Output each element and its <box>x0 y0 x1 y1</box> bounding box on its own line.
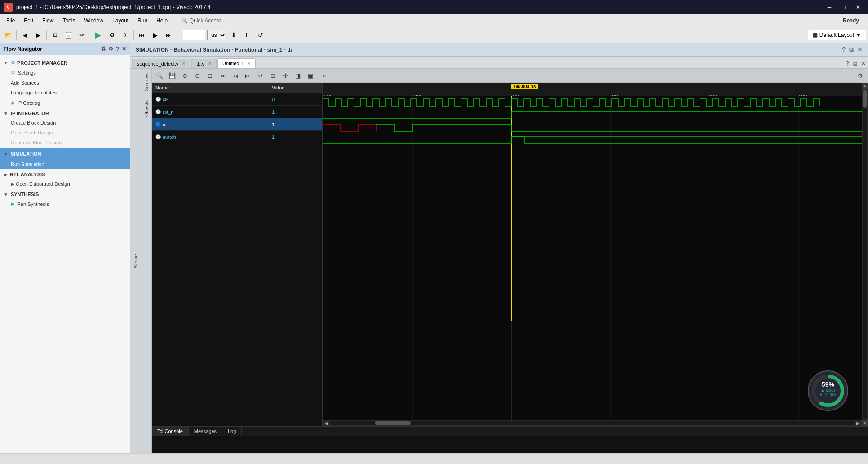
step-back-button[interactable]: ⏮ <box>136 29 148 41</box>
tab-tb-close[interactable]: ✕ <box>208 61 212 66</box>
cut-button[interactable]: ✂ <box>75 29 88 41</box>
nav-item-open-elaborated-design[interactable]: ▶ Open Elaborated Design <box>0 179 130 189</box>
wave-search-btn[interactable]: 🔍 <box>154 70 165 81</box>
undo-button[interactable]: ◀ <box>18 29 31 41</box>
wave-link-btn[interactable]: ⇥ <box>317 70 329 81</box>
nav-section-ip-integrator-header[interactable]: ▼ IP INTEGRATOR <box>0 109 130 118</box>
flow-nav-expand-icon[interactable]: ⇅ <box>101 46 106 52</box>
flow-nav-help-icon[interactable]: ? <box>116 46 119 52</box>
menu-tools[interactable]: Tools <box>58 16 80 26</box>
wave-last-btn[interactable]: ⏭ <box>242 70 253 81</box>
wave-display[interactable]: 190.000 ns |100 ns |150 ns |200 ns |250 … <box>323 83 862 426</box>
copy-button[interactable]: ⧉ <box>49 29 61 41</box>
nav-item-run-synthesis[interactable]: ▶ Run Synthesis <box>0 199 130 209</box>
wave-marker-btn[interactable]: ◨ <box>292 70 304 81</box>
nav-section-project-manager-header[interactable]: ▼ ⚙ PROJECT MANAGER <box>0 58 130 67</box>
time-unit-select[interactable]: us ns ps <box>207 30 226 40</box>
nav-section-rtl-analysis-header[interactable]: ▶ RTL ANALYSIS <box>0 170 130 179</box>
time-value-input[interactable]: 10 <box>183 30 205 40</box>
restart-button[interactable]: ↺ <box>254 29 267 41</box>
v-scrollbar[interactable]: ▲ ▼ <box>862 83 868 426</box>
maximize-button[interactable]: □ <box>837 2 850 12</box>
flow-nav-close-icon[interactable]: ✕ <box>122 46 126 52</box>
tab-help-icon[interactable]: ? <box>846 60 849 67</box>
signal-name-match: 🕐 match <box>152 134 268 140</box>
signal-row-rst-n[interactable]: 🕐 rst_n 1 <box>152 106 322 118</box>
wave-first-btn[interactable]: ⏮ <box>229 70 241 81</box>
wave-zoom-out-btn[interactable]: ⊖ <box>191 70 203 81</box>
menu-file[interactable]: File <box>2 16 19 26</box>
close-button[interactable]: ✕ <box>852 2 864 12</box>
wave-marker2-btn[interactable]: ▣ <box>305 70 316 81</box>
tab-untitled-close[interactable]: ✕ <box>247 61 251 66</box>
tab-sequence-detect-close[interactable]: ✕ <box>182 61 186 66</box>
nav-item-create-block-design[interactable]: Create Block Design <box>0 118 130 128</box>
menu-run[interactable]: Run <box>133 16 152 26</box>
scroll-left-icon[interactable]: ◀ <box>324 421 328 426</box>
performance-gauge: 59% ▲ 60k/s ▼ 12.9k/s <box>808 370 848 411</box>
scroll-thumb[interactable] <box>375 421 411 425</box>
redo-button[interactable]: ▶ <box>32 29 44 41</box>
sim-help-icon[interactable]: ? <box>842 46 846 54</box>
nav-section-synthesis-header[interactable]: ▼ SYNTHESIS <box>0 190 130 199</box>
v-scroll-up[interactable]: ▲ <box>862 83 868 89</box>
nav-item-run-simulation[interactable]: Run Simulation <box>0 159 130 169</box>
menu-flow[interactable]: Flow <box>38 16 58 26</box>
nav-item-add-sources[interactable]: Add Sources <box>0 78 130 88</box>
tab-sequence-detect[interactable]: sequence_detect.v ✕ <box>132 59 190 68</box>
signal-row-clk[interactable]: 🕐 clk 0 <box>152 93 322 106</box>
wave-fit-btn[interactable]: ⊡ <box>204 70 216 81</box>
sim-header-icons: ? ⧉ ✕ <box>842 46 863 54</box>
v-scroll-track[interactable] <box>863 90 867 419</box>
v-scroll-thumb[interactable] <box>863 90 867 108</box>
flow-nav-settings-icon[interactable]: ⚙ <box>108 46 113 52</box>
flow-navigator: Flow Navigator ⇅ ⚙ ? ✕ ▼ ⚙ PROJECT MANAG… <box>0 43 130 453</box>
menu-edit[interactable]: Edit <box>19 16 38 26</box>
run-synthesis-label: Run Synthesis <box>17 201 49 207</box>
scroll-right-icon[interactable]: ▶ <box>856 421 860 426</box>
nav-item-settings[interactable]: ⚙ Settings <box>0 67 130 78</box>
play-button[interactable]: ▶ <box>149 29 162 41</box>
nav-item-ip-catalog[interactable]: ◆ IP Catalog <box>0 98 130 108</box>
tab-restore-icon[interactable]: ⧉ <box>853 60 857 67</box>
wave-save-btn[interactable]: 💾 <box>166 70 178 81</box>
tab-untitled[interactable]: Untitled 1 ✕ <box>217 58 255 68</box>
log-tab[interactable]: Log <box>222 427 242 436</box>
layout-button[interactable]: ▦ Default Layout ▼ <box>808 30 866 40</box>
time-set-button[interactable]: ⬇ <box>227 29 240 41</box>
nav-section-simulation-header[interactable]: ▼ SIMULATION <box>0 148 130 159</box>
paste-button[interactable]: 📋 <box>62 29 75 41</box>
h-scrollbar[interactable]: ◀ ▶ <box>323 420 862 426</box>
settings-button[interactable]: ⚙ <box>106 29 118 41</box>
wave-snap-btn[interactable]: ⇔ <box>217 70 228 81</box>
menu-layout[interactable]: Layout <box>108 16 133 26</box>
signal-row-a[interactable]: 🔵 a 1 <box>152 118 322 131</box>
tcl-console-tab[interactable]: Tcl Console <box>152 427 189 436</box>
minimize-button[interactable]: ─ <box>823 2 836 12</box>
tab-tb[interactable]: tb.v ✕ <box>191 59 217 68</box>
objects-label[interactable]: Objects <box>141 96 151 121</box>
menu-help[interactable]: Help <box>152 16 172 26</box>
sigma-button[interactable]: Σ <box>119 29 132 41</box>
signal-row-match[interactable]: 🕐 match 1 <box>152 131 322 143</box>
sim-close-icon[interactable]: ✕ <box>857 46 863 54</box>
messages-tab[interactable]: Messages <box>189 427 222 436</box>
sources-label[interactable]: Sources <box>141 69 151 96</box>
scroll-track[interactable] <box>330 421 855 425</box>
tab-close-icon[interactable]: ✕ <box>861 60 866 67</box>
sim-restore-icon[interactable]: ⧉ <box>849 46 854 54</box>
wave-zoom-in-btn[interactable]: ⊕ <box>179 70 190 81</box>
v-scroll-down[interactable]: ▼ <box>862 420 868 426</box>
wave-reload-btn[interactable]: ↺ <box>254 70 266 81</box>
tab-bar: sequence_detect.v ✕ tb.v ✕ Untitled 1 ✕ … <box>130 57 868 69</box>
open-button[interactable]: 📂 <box>2 29 14 41</box>
wave-plus-btn[interactable]: ✛ <box>279 70 291 81</box>
quick-access[interactable]: 🔍 Quick Access <box>181 18 222 24</box>
run-button[interactable]: ▶ <box>92 29 105 41</box>
wave-settings-btn[interactable]: ⚙ <box>855 70 866 81</box>
pause-button[interactable]: ⏸ <box>241 29 253 41</box>
wave-add-btn[interactable]: ⊞ <box>267 70 279 81</box>
menu-window[interactable]: Window <box>80 16 108 26</box>
step-forward-button[interactable]: ⏭ <box>163 29 175 41</box>
nav-item-language-templates[interactable]: Language Templates <box>0 88 130 98</box>
